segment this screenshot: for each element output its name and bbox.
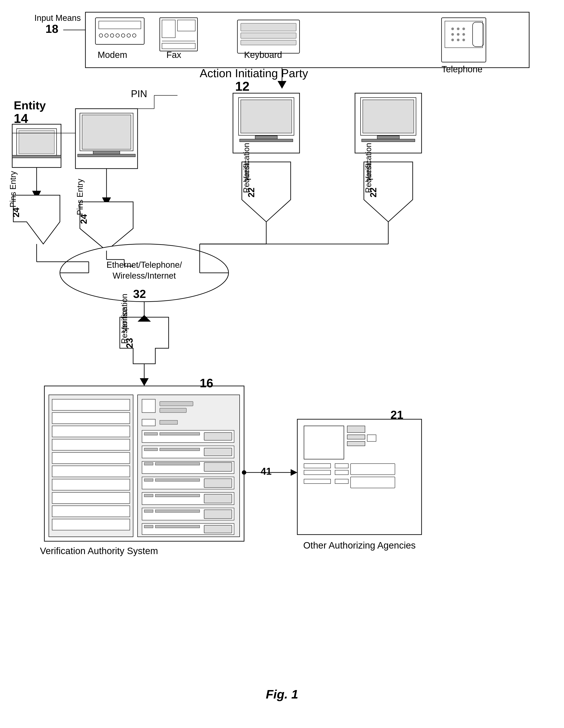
svg-rect-133 <box>347 441 365 446</box>
connection-number: 41 <box>261 466 272 477</box>
telephone-label: Telephone <box>442 64 508 74</box>
svg-rect-17 <box>241 33 296 38</box>
svg-marker-79 <box>140 378 149 386</box>
entity-number: 14 <box>14 111 28 126</box>
svg-rect-121 <box>204 510 232 519</box>
svg-rect-11 <box>162 20 175 38</box>
svg-rect-134 <box>367 435 376 441</box>
svg-rect-109 <box>204 462 232 471</box>
authority-number: 16 <box>200 376 213 390</box>
svg-rect-92 <box>138 395 240 537</box>
svg-point-7 <box>121 34 125 37</box>
svg-rect-125 <box>204 525 232 533</box>
svg-rect-14 <box>162 43 195 49</box>
svg-rect-122 <box>142 523 234 535</box>
svg-rect-36 <box>255 136 277 139</box>
diagram-container: Input Means 18 Modem Fax Keyboard Teleph… <box>0 0 564 728</box>
svg-marker-53 <box>32 191 41 200</box>
svg-point-25 <box>457 33 459 36</box>
figure-label: Fig. 1 <box>266 687 298 701</box>
svg-point-6 <box>116 34 119 37</box>
verif-request-right-label2: Request <box>364 149 373 193</box>
svg-rect-117 <box>204 494 232 503</box>
svg-rect-111 <box>144 479 153 481</box>
verif-request-left-number: 22 <box>246 188 256 198</box>
svg-rect-93 <box>142 399 155 413</box>
svg-rect-34 <box>239 98 294 135</box>
svg-rect-2 <box>99 21 141 29</box>
svg-rect-96 <box>142 419 155 426</box>
svg-rect-120 <box>155 510 200 512</box>
svg-rect-15 <box>237 20 300 53</box>
svg-rect-43 <box>12 124 61 167</box>
svg-rect-85 <box>52 439 130 450</box>
svg-rect-142 <box>351 477 395 488</box>
network-label: Ethernet/Telephone/Wireless/Internet <box>69 260 220 281</box>
network-number: 32 <box>133 287 146 301</box>
svg-rect-107 <box>144 462 153 465</box>
svg-rect-44 <box>17 129 57 155</box>
svg-point-24 <box>451 33 454 36</box>
svg-rect-35 <box>241 100 292 133</box>
svg-marker-55 <box>102 197 111 206</box>
svg-rect-1 <box>95 18 144 44</box>
svg-point-27 <box>451 39 454 41</box>
svg-rect-112 <box>155 479 200 481</box>
svg-rect-16 <box>241 23 296 31</box>
svg-point-3 <box>99 34 103 37</box>
input-means-number: 18 <box>45 22 58 35</box>
svg-rect-118 <box>142 508 234 520</box>
svg-rect-88 <box>52 479 130 490</box>
other-agencies-number: 21 <box>390 408 403 421</box>
svg-marker-56 <box>13 195 60 244</box>
verif-response-label2: Response <box>120 299 129 344</box>
pins-entry-right-number: 24 <box>79 214 89 224</box>
svg-rect-51 <box>78 154 135 157</box>
svg-point-4 <box>105 34 108 37</box>
keyboard-label: Keyboard <box>244 50 282 60</box>
svg-rect-99 <box>144 433 158 435</box>
verif-response-number: 23 <box>124 338 135 348</box>
action-initiating-label: Action Initiating Party <box>200 67 308 80</box>
entity-label: Entity <box>14 99 46 112</box>
svg-rect-115 <box>144 494 153 497</box>
svg-rect-90 <box>52 506 130 517</box>
svg-rect-41 <box>377 136 399 139</box>
svg-rect-83 <box>52 413 130 424</box>
svg-marker-77 <box>138 315 151 322</box>
svg-rect-139 <box>351 464 395 475</box>
svg-marker-32 <box>278 81 286 89</box>
verification-authority-label: Verification Authority System <box>40 546 158 556</box>
svg-rect-98 <box>142 430 234 443</box>
svg-rect-47 <box>75 109 138 169</box>
svg-rect-39 <box>361 98 416 135</box>
svg-rect-89 <box>52 492 130 504</box>
svg-point-5 <box>110 34 114 37</box>
svg-point-21 <box>451 28 454 30</box>
svg-point-9 <box>132 34 136 37</box>
svg-rect-48 <box>80 113 133 151</box>
svg-rect-138 <box>335 470 348 475</box>
input-means-label: Input Means <box>34 13 81 23</box>
svg-rect-82 <box>52 399 130 410</box>
svg-rect-95 <box>160 408 186 413</box>
action-initiating-number: 12 <box>235 79 250 94</box>
fax-label: Fax <box>166 50 181 60</box>
svg-rect-0 <box>85 12 529 68</box>
svg-rect-137 <box>335 464 348 468</box>
other-agencies-label: Other Authorizing Agencies <box>293 540 426 551</box>
svg-point-29 <box>462 39 465 41</box>
svg-rect-105 <box>204 448 232 456</box>
svg-rect-102 <box>142 446 234 458</box>
svg-rect-10 <box>160 18 197 51</box>
svg-rect-80 <box>44 386 244 541</box>
svg-marker-57 <box>80 202 133 251</box>
svg-rect-113 <box>204 479 232 488</box>
svg-rect-141 <box>335 479 348 484</box>
svg-rect-104 <box>160 448 200 451</box>
svg-rect-19 <box>442 18 486 62</box>
modem-label: Modem <box>98 50 127 60</box>
svg-rect-124 <box>155 525 200 528</box>
svg-rect-40 <box>363 100 414 133</box>
svg-rect-84 <box>52 426 130 437</box>
